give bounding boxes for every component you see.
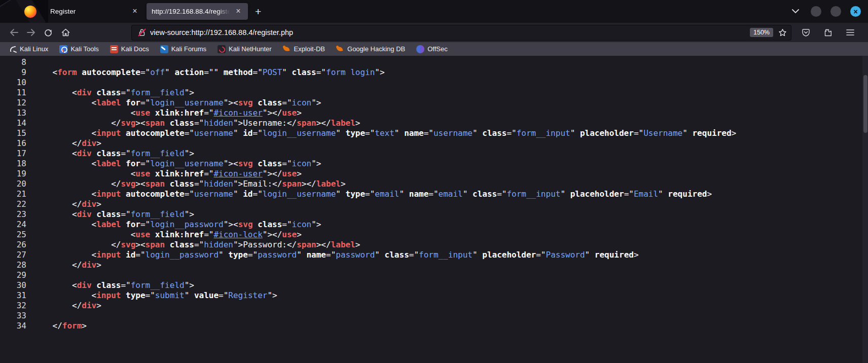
line-number: 21: [0, 189, 26, 199]
pocket-shield-icon[interactable]: [798, 25, 813, 40]
forward-icon[interactable]: [23, 25, 39, 40]
code-token: =": [194, 240, 204, 249]
code-token: >: [355, 240, 360, 249]
insecure-lock-icon[interactable]: [138, 28, 146, 37]
bookmark-kali-docs[interactable]: Kali Docs: [106, 44, 153, 54]
code-token: svg: [121, 179, 135, 189]
code-token: for: [126, 220, 140, 229]
bookmark-google-hacking-db[interactable]: Google Hacking DB: [333, 44, 409, 54]
code-token: ": [185, 291, 194, 300]
exploit-db-bird-icon: [283, 45, 291, 53]
back-icon[interactable]: [6, 25, 21, 40]
code-token: name: [409, 189, 429, 199]
code-token: [150, 108, 155, 118]
code-token: <: [33, 169, 135, 178]
code-token: value: [194, 291, 219, 300]
code-token: username: [194, 189, 233, 199]
code-token: name: [404, 128, 424, 138]
tab-register-php-active[interactable]: http://192.168.88.4/register.p ×: [147, 3, 248, 20]
source-line: 10: [0, 78, 868, 88]
code-token: =": [146, 291, 155, 300]
zoom-level-badge[interactable]: 150%: [750, 28, 773, 37]
code-token: ": [473, 128, 482, 138]
code-token: =": [135, 250, 145, 260]
code-token: autocomplete: [126, 128, 185, 138]
code-token: icon: [292, 159, 312, 168]
code-token: type: [126, 291, 146, 300]
kali-dragon-icon: [9, 45, 17, 53]
code-token: ">: [311, 159, 321, 168]
code-token: =": [253, 67, 263, 77]
window-minimize-button[interactable]: [811, 6, 821, 17]
code-token: [150, 169, 155, 178]
code-token: ">Email:</: [233, 179, 282, 189]
code-token: <: [33, 291, 96, 300]
code-token: </: [33, 199, 82, 209]
home-icon[interactable]: [58, 25, 73, 40]
code-token: required: [668, 189, 707, 199]
fragment-link[interactable]: #icon-user: [213, 108, 262, 118]
code-token: div: [82, 301, 96, 310]
code-token: [92, 280, 97, 290]
url-bar[interactable]: view-source:http://192.168.88.4/register…: [132, 25, 791, 40]
tab-close-icon[interactable]: ×: [234, 7, 243, 16]
code-token: >: [355, 118, 360, 128]
tab-title: http://192.168.88.4/register.p: [152, 8, 230, 15]
scrollbar-thumb[interactable]: [863, 75, 867, 133]
code-token: input: [96, 250, 121, 260]
line-number: 33: [0, 311, 26, 321]
fragment-link[interactable]: #icon-user: [213, 169, 262, 178]
tab-close-icon[interactable]: ×: [130, 7, 139, 16]
source-line: 24 <label for="login__password"><svg cla…: [0, 220, 868, 230]
code-token: class: [96, 149, 121, 158]
code-token: ">: [375, 67, 384, 77]
code-token: <: [33, 159, 96, 168]
line-number: 10: [0, 78, 26, 88]
code-token: ": [658, 189, 668, 199]
code-token: >: [96, 301, 101, 310]
list-all-tabs-chevron-down-icon[interactable]: [789, 6, 802, 18]
menu-hamburger-icon[interactable]: [843, 25, 858, 40]
code-token: =": [185, 189, 194, 199]
firefox-logo-icon[interactable]: [24, 6, 37, 18]
code-token: class: [170, 179, 194, 189]
scrollbar-track[interactable]: [862, 56, 868, 363]
kali-tools-icon: [59, 45, 67, 53]
code-token: autocomplete: [126, 189, 185, 199]
bookmark-kali-linux[interactable]: Kali Linux: [5, 44, 52, 54]
tab-register[interactable]: Register ×: [45, 3, 144, 20]
code-token: form__input: [507, 189, 560, 199]
bookmark-kali-nethunter[interactable]: Kali NetHunter: [214, 44, 275, 54]
code-token: ": [570, 128, 580, 138]
extensions-puzzle-icon[interactable]: [820, 25, 836, 40]
bookmark-star-icon[interactable]: [778, 28, 787, 37]
code-token: POST: [263, 67, 282, 77]
code-token: span: [146, 118, 165, 128]
code-token: Email: [634, 189, 658, 199]
code-token: ">Password:</: [233, 240, 297, 249]
view-source-content: 89 <form autocomplete="off" action="" me…: [0, 56, 868, 363]
bookmark-offsec[interactable]: OffSec: [413, 44, 451, 54]
window-maximize-button[interactable]: [830, 6, 841, 17]
code-token: </: [33, 179, 121, 189]
code-token: <: [33, 250, 96, 260]
bookmark-kali-forums[interactable]: Kali Forums: [157, 44, 210, 54]
fragment-link[interactable]: #icon-lock: [213, 230, 262, 239]
bookmark-exploit-db[interactable]: Exploit-DB: [279, 44, 329, 54]
new-tab-button[interactable]: +: [249, 4, 267, 19]
reload-icon[interactable]: [41, 25, 56, 40]
bookmark-kali-tools[interactable]: Kali Tools: [56, 44, 102, 54]
code-token: =": [204, 230, 213, 239]
window-close-button[interactable]: ×: [850, 6, 861, 17]
source-line: 15 <input autocomplete="username" id="lo…: [0, 128, 868, 138]
url-text[interactable]: view-source:http://192.168.88.4/register…: [150, 28, 750, 37]
code-token: ><: [135, 118, 145, 128]
code-token: ": [394, 128, 404, 138]
code-token: method: [224, 67, 253, 77]
code-token: =": [253, 189, 263, 199]
code-token: <: [33, 280, 77, 290]
source-line: 23 <div class="form__field">: [0, 209, 868, 220]
code-token: [77, 67, 82, 77]
code-token: label: [316, 179, 341, 189]
code-token: >: [96, 199, 101, 209]
